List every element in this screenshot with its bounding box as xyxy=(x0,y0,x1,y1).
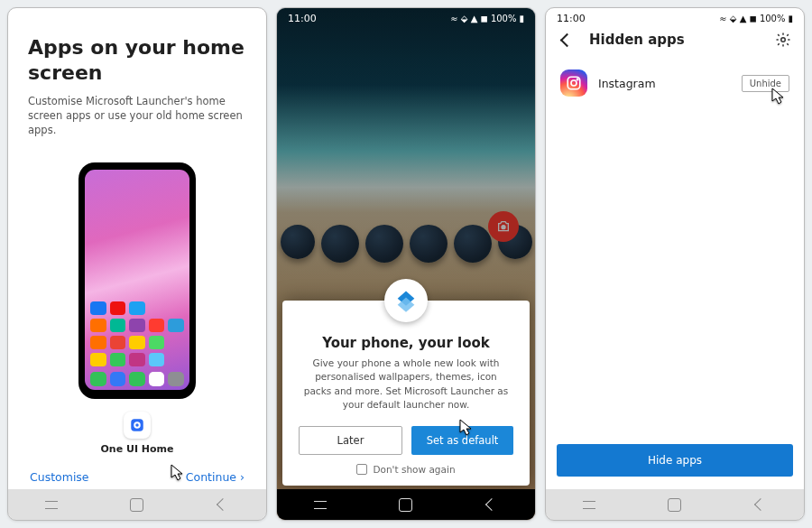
continue-button[interactable]: Continue› xyxy=(186,470,245,484)
screenshot-hidden-apps: 11:00 ≈ ⬙ ▲ ◼100%▮ Hidden apps Instagram… xyxy=(545,7,805,521)
chevron-right-icon: › xyxy=(240,470,245,484)
svg-point-4 xyxy=(781,38,786,42)
status-time: 11:00 xyxy=(557,13,586,24)
svg-point-6 xyxy=(571,80,577,86)
page-title: Hidden apps xyxy=(589,32,761,48)
later-button[interactable]: Later xyxy=(299,426,402,455)
page-description: Customise Microsoft Launcher's home scre… xyxy=(28,94,245,137)
back-button[interactable] xyxy=(558,32,575,48)
back-icon[interactable] xyxy=(752,496,769,513)
launcher-option-label: One UI Home xyxy=(100,443,173,455)
home-icon[interactable] xyxy=(398,496,414,513)
recents-icon[interactable] xyxy=(312,496,328,513)
back-icon[interactable] xyxy=(215,496,231,513)
page-title: Apps on your home screen xyxy=(28,35,246,85)
recents-icon[interactable] xyxy=(581,496,597,513)
launcher-option[interactable]: One UI Home xyxy=(28,162,246,455)
hidden-app-row: Instagram Unhide xyxy=(558,64,791,102)
svg-point-2 xyxy=(135,424,138,427)
battery-icon: ▮ xyxy=(519,14,524,23)
recents-icon[interactable] xyxy=(43,496,60,513)
set-default-button[interactable]: Set as default xyxy=(411,426,513,455)
launcher-dialog: Your phone, your look Give your phone a … xyxy=(282,301,530,486)
screenshot-launcher-chooser: Apps on your home screen Customise Micro… xyxy=(7,7,267,521)
android-navbar xyxy=(546,489,804,520)
dont-show-again[interactable]: Don't show again xyxy=(299,464,513,475)
one-ui-icon xyxy=(124,412,151,439)
home-icon[interactable] xyxy=(667,496,683,513)
battery-icon: ▮ xyxy=(788,14,793,23)
device-screen xyxy=(85,170,189,390)
dialog-body: Give your phone a whole new look with pe… xyxy=(299,357,513,412)
instagram-icon xyxy=(560,69,587,97)
gear-icon[interactable] xyxy=(775,32,791,48)
status-bar: 11:00 ≈ ⬙ ▲ ◼100%▮ xyxy=(277,8,535,28)
unhide-button[interactable]: Unhide xyxy=(742,75,789,92)
screenshot-default-launcher-dialog: 11:00 ≈ ⬙ ▲ ◼100%▮ Your phone, your look… xyxy=(276,7,536,521)
android-navbar xyxy=(8,489,266,520)
customise-button[interactable]: Customise xyxy=(30,470,89,484)
checkbox-icon[interactable] xyxy=(356,464,367,475)
home-icon[interactable] xyxy=(129,496,145,513)
ms-launcher-icon xyxy=(384,279,428,322)
status-bar: 11:00 ≈ ⬙ ▲ ◼100%▮ xyxy=(546,8,804,28)
android-navbar xyxy=(277,489,535,520)
device-mock xyxy=(78,162,196,399)
svg-point-7 xyxy=(577,79,578,80)
p3-body: Hidden apps Instagram Unhide xyxy=(546,8,804,520)
app-name: Instagram xyxy=(598,77,731,90)
status-time: 11:00 xyxy=(288,13,317,24)
p1-body: Apps on your home screen Customise Micro… xyxy=(8,8,266,520)
back-icon[interactable] xyxy=(484,496,500,513)
hide-apps-button[interactable]: Hide apps xyxy=(557,444,793,477)
dialog-title: Your phone, your look xyxy=(299,335,513,351)
